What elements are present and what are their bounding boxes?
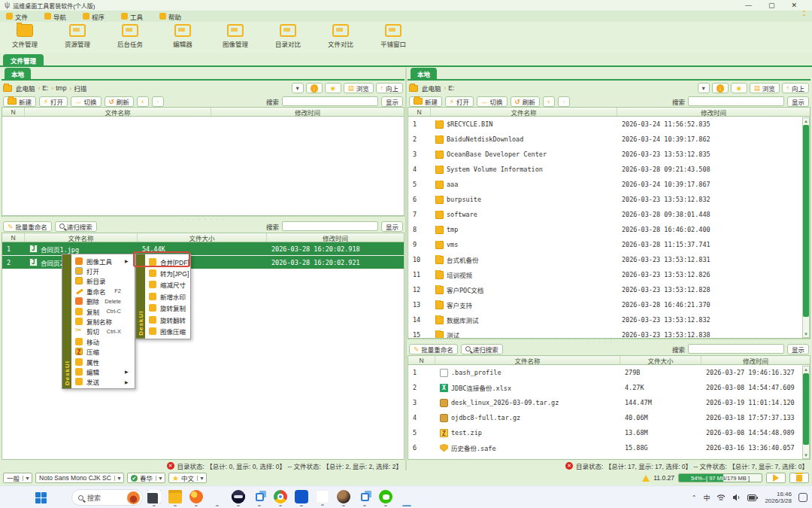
context-menu-item[interactable]: 移动 ▶ bbox=[71, 336, 135, 346]
table-row[interactable]: 7 software 2026-03-28 09:38:01.448 bbox=[408, 207, 810, 222]
favorite-button[interactable]: ★ bbox=[325, 83, 341, 93]
toolbar-item[interactable]: 资源管理 bbox=[60, 24, 95, 48]
menubar-collapse-icon[interactable]: ⌃⌃ bbox=[801, 11, 806, 19]
back-button[interactable]: ‹ bbox=[543, 96, 555, 107]
table-row[interactable]: 3 OceanBase Developer Center 2026-03-23 … bbox=[408, 147, 810, 162]
toolbar-item[interactable]: 图像管理 bbox=[218, 24, 253, 48]
battery-icon[interactable] bbox=[747, 494, 758, 501]
batch-rename-button[interactable]: ✎批量重命名 bbox=[409, 344, 458, 354]
taskbar-app-icon[interactable] bbox=[316, 490, 329, 503]
submenu-item[interactable]: 旋转翻转 bbox=[145, 314, 194, 325]
download-button[interactable]: ↓ bbox=[712, 83, 729, 93]
taskbar-app-icon[interactable] bbox=[211, 490, 224, 503]
minimize-button[interactable]: — bbox=[745, 2, 752, 9]
submenu-item[interactable]: 合并[PDF] bbox=[145, 256, 194, 267]
new-button[interactable]: 新建 bbox=[409, 96, 442, 107]
recursive-search-button[interactable]: 递归搜索 bbox=[55, 221, 97, 232]
batch-rename-button[interactable]: ✎批量重命名 bbox=[3, 221, 52, 232]
taskbar-app-icon[interactable] bbox=[358, 490, 371, 503]
taskbar-app-icon[interactable] bbox=[189, 490, 203, 503]
notification-icon[interactable] bbox=[798, 493, 807, 502]
breadcrumb-item[interactable]: E: bbox=[37, 84, 50, 92]
toolbar-item[interactable]: 目录对比 bbox=[271, 24, 305, 48]
scroll-down-icon[interactable]: ▼ bbox=[804, 331, 808, 337]
taskbar-app-icon[interactable] bbox=[295, 490, 308, 503]
volume-icon[interactable] bbox=[732, 494, 741, 501]
table-row[interactable]: 7 bbox=[408, 455, 810, 460]
file-scrollbar[interactable]: ▲ ▼ bbox=[802, 366, 810, 459]
table-row[interactable]: 6 burpsuite 2026-03-23 13:53:12.832 bbox=[408, 192, 810, 207]
breadcrumb-item[interactable]: E: bbox=[443, 84, 456, 92]
left-panel-tab-local[interactable]: 本地 bbox=[5, 68, 31, 79]
context-menu-item[interactable]: 删除 Delete ▶ bbox=[71, 297, 135, 306]
taskbar-app-icon[interactable] bbox=[253, 490, 266, 503]
scroll-up-icon[interactable]: ▲ bbox=[804, 367, 808, 373]
scroll-up-icon[interactable]: ▲ bbox=[804, 118, 808, 124]
open-button[interactable]: ⚡打开 bbox=[445, 96, 474, 107]
context-menu-item[interactable]: 图像工具 ▶ bbox=[71, 256, 135, 266]
switch-button[interactable]: ↔切换 bbox=[71, 96, 102, 107]
submenu-item[interactable]: 旋转复制 bbox=[145, 303, 194, 314]
back-button[interactable]: ‹ bbox=[137, 96, 149, 107]
table-row[interactable]: 14 数据库测试 2026-03-23 13:53:12.832 bbox=[408, 312, 810, 327]
search-input[interactable] bbox=[282, 221, 378, 231]
context-menu-item[interactable]: 打开 ▶ bbox=[71, 266, 135, 275]
table-row[interactable]: 6 历史备份.safe 15.88G 2026-03-16 13:36:40.0… bbox=[408, 440, 810, 455]
table-row[interactable]: 9 vms 2026-03-28 11:15:37.741 bbox=[408, 237, 810, 252]
menu-item[interactable]: 导航 bbox=[44, 12, 66, 21]
favorite-button[interactable]: ★ bbox=[731, 83, 747, 93]
close-button[interactable]: ✕ bbox=[791, 2, 797, 9]
table-row[interactable]: 11 培训视频 2026-03-23 13:53:12.826 bbox=[408, 267, 810, 282]
table-row[interactable]: 2 JDBC连接备份.xlsx 4.27K 2026-03-08 14:54:4… bbox=[408, 380, 810, 395]
show-button[interactable]: 显示 bbox=[381, 221, 403, 232]
new-button[interactable]: 新建 bbox=[3, 96, 36, 107]
toolbar-item[interactable]: 文件管理 bbox=[8, 24, 42, 48]
recursive-search-button[interactable]: 递归搜索 bbox=[461, 344, 503, 354]
ime-indicator[interactable]: 中 bbox=[703, 493, 710, 503]
table-row[interactable]: 8 tmp 2026-03-28 16:46:02.400 bbox=[408, 222, 810, 237]
breadcrumb-item[interactable]: tmp bbox=[50, 84, 68, 92]
show-button[interactable]: 显示 bbox=[381, 96, 403, 107]
context-menu-item[interactable]: 复制 Ctrl-C ▶ bbox=[71, 306, 135, 316]
search-input[interactable] bbox=[282, 96, 378, 106]
context-menu-item[interactable]: 重命名 F2 ▶ bbox=[71, 286, 135, 296]
start-button[interactable] bbox=[35, 492, 47, 503]
context-menu-item[interactable]: 复制名称 ▶ bbox=[71, 316, 135, 326]
table-row[interactable]: 2 BaiduNetdiskDownload 2026-03-24 10:39:… bbox=[408, 132, 810, 147]
breadcrumb-item[interactable]: 扫描 bbox=[68, 84, 88, 93]
up-button[interactable]: ↑向上 bbox=[376, 83, 403, 93]
table-row[interactable]: 5 test.zip 13.68M 2026-03-08 14:54:48.98… bbox=[408, 425, 810, 440]
browse-button[interactable]: ▤浏览 bbox=[750, 83, 780, 93]
font-dropdown[interactable]: Noto Sans Mono CJK SC▼ bbox=[35, 473, 124, 483]
taskbar-search[interactable]: 搜索 bbox=[71, 489, 143, 506]
show-button[interactable]: 显示 bbox=[787, 344, 809, 354]
scroll-down-icon[interactable]: ▼ bbox=[804, 452, 808, 458]
taskbar-app-icon[interactable] bbox=[147, 490, 161, 503]
refresh-button[interactable]: ↺刷新 bbox=[511, 96, 540, 107]
context-menu-item[interactable]: 压缩 ▶ bbox=[71, 347, 135, 357]
switch-button[interactable]: ↔切换 bbox=[477, 96, 508, 107]
submenu-item[interactable]: 图像压缩 bbox=[145, 325, 194, 336]
taskbar-app-icon[interactable] bbox=[379, 490, 392, 503]
taskbar-app-icon[interactable] bbox=[400, 490, 414, 503]
context-menu-item[interactable]: 属性 ▶ bbox=[71, 357, 135, 367]
run-button[interactable] bbox=[766, 473, 786, 483]
trash-button[interactable] bbox=[789, 473, 809, 483]
show-button[interactable]: 显示 bbox=[787, 96, 809, 107]
menu-item[interactable]: 帮助 bbox=[159, 12, 181, 21]
forward-button[interactable]: › bbox=[152, 96, 164, 107]
scrollbar-thumb[interactable] bbox=[803, 373, 809, 445]
panel-divider[interactable] bbox=[405, 68, 407, 470]
table-row[interactable]: 3 desk_linux_2026-03-09.tar.gz 144.47M 2… bbox=[408, 395, 810, 410]
toolbar-item[interactable]: 平铺窗口 bbox=[376, 24, 411, 48]
open-button[interactable]: ⚡打开 bbox=[39, 96, 68, 107]
context-menu-item[interactable]: 剪切 Ctrl-X ▶ bbox=[71, 327, 135, 336]
taskbar-app-icon[interactable] bbox=[168, 490, 182, 503]
language-dropdown[interactable]: ★中文▼ bbox=[168, 473, 207, 483]
taskbar-app-icon[interactable] bbox=[274, 490, 287, 503]
table-row[interactable]: 12 客户POC文档 2026-03-23 13:53:12.828 bbox=[408, 282, 810, 297]
context-menu-item[interactable]: 新目录 ▶ bbox=[71, 276, 135, 286]
table-row[interactable]: 1 $RECYCLE.BIN 2026-03-24 11:56:52.835 bbox=[408, 117, 810, 132]
toolbar-item[interactable]: 编辑器 bbox=[165, 24, 200, 48]
forward-button[interactable]: › bbox=[558, 96, 570, 107]
